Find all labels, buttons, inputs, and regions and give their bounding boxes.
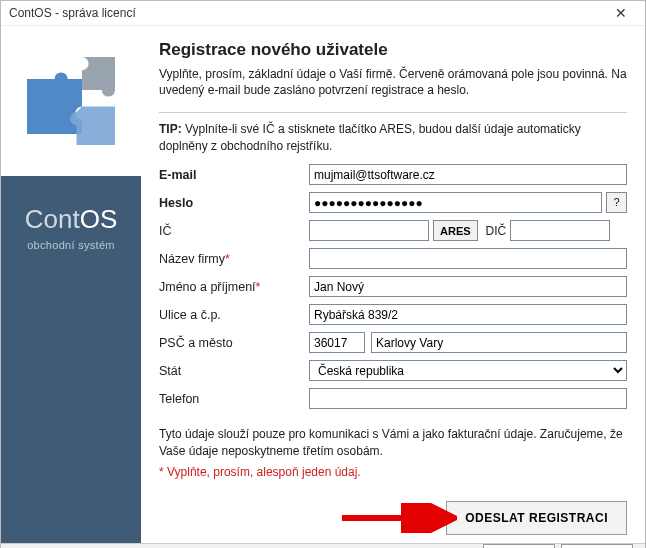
company-required: * [225, 252, 230, 266]
required-note: * Vyplňte, prosím, alespoň jeden údaj. [159, 465, 627, 479]
row-phone: Telefon [159, 388, 627, 410]
titlebar: ContOS - správa licencí ✕ [1, 1, 645, 26]
name-required: * [256, 280, 261, 294]
row-name: Jméno a příjmení* [159, 276, 627, 298]
brand-text-os: OS [80, 204, 118, 234]
password-field[interactable] [309, 192, 602, 213]
sidebar: ContOS obchodní systém [1, 26, 141, 543]
label-street: Ulice a č.p. [159, 308, 309, 322]
puzzle-icon [16, 46, 126, 156]
brand-subtitle: obchodní systém [25, 239, 118, 251]
email-field[interactable] [309, 164, 627, 185]
close-button[interactable]: Zavřít [561, 544, 633, 548]
row-email: E-mail [159, 164, 627, 186]
row-password: Heslo ? [159, 192, 627, 214]
label-country: Stát [159, 364, 309, 378]
submit-button[interactable]: ODESLAT REGISTRACI [446, 501, 627, 535]
label-company: Název firmy [159, 252, 225, 266]
arrow-icon [337, 503, 457, 533]
street-field[interactable] [309, 304, 627, 325]
label-phone: Telefon [159, 392, 309, 406]
submit-row: ODESLAT REGISTRACI [159, 501, 627, 535]
window-body: ContOS obchodní systém Registrace nového… [1, 26, 645, 543]
page-title: Registrace nového uživatele [159, 40, 627, 60]
close-icon[interactable]: ✕ [607, 1, 635, 25]
logo [1, 26, 141, 176]
tip-text: TIP: Vyplníte-li své IČ a stisknete tlač… [159, 121, 627, 153]
brand-text-cont: Cont [25, 204, 80, 234]
window: ContOS - správa licencí ✕ ContOS obchodn… [0, 0, 646, 548]
footer: < Zpět Zavřít [1, 543, 645, 548]
label-email: E-mail [159, 168, 197, 182]
ic-field[interactable] [309, 220, 429, 241]
dic-field[interactable] [510, 220, 610, 241]
row-zipcity: PSČ a město [159, 332, 627, 354]
row-country: Stát Česká republika [159, 360, 627, 382]
name-field[interactable] [309, 276, 627, 297]
label-zipcity: PSČ a město [159, 336, 309, 350]
intro-text: Vyplňte, prosím, základní údaje o Vaší f… [159, 66, 627, 98]
tip-prefix: TIP: [159, 122, 182, 136]
back-button[interactable]: < Zpět [483, 544, 555, 548]
row-street: Ulice a č.p. [159, 304, 627, 326]
brand: ContOS obchodní systém [25, 204, 118, 251]
row-ic: IČ ARES DIČ [159, 220, 627, 242]
zip-field[interactable] [309, 332, 365, 353]
password-help-button[interactable]: ? [606, 192, 627, 213]
ares-button[interactable]: ARES [433, 220, 478, 241]
content: Registrace nového uživatele Vyplňte, pro… [141, 26, 645, 543]
window-title: ContOS - správa licencí [9, 6, 136, 20]
phone-field[interactable] [309, 388, 627, 409]
city-field[interactable] [371, 332, 627, 353]
label-password: Heslo [159, 196, 193, 210]
privacy-note: Tyto údaje slouží pouze pro komunikaci s… [159, 426, 627, 460]
label-dic: DIČ [486, 224, 507, 238]
label-name: Jméno a příjmení [159, 280, 256, 294]
row-company: Název firmy* [159, 248, 627, 270]
tip-body: Vyplníte-li své IČ a stisknete tlačítko … [159, 122, 581, 152]
divider [159, 112, 627, 113]
country-select[interactable]: Česká republika [309, 360, 627, 381]
label-ic: IČ [159, 224, 309, 238]
company-field[interactable] [309, 248, 627, 269]
